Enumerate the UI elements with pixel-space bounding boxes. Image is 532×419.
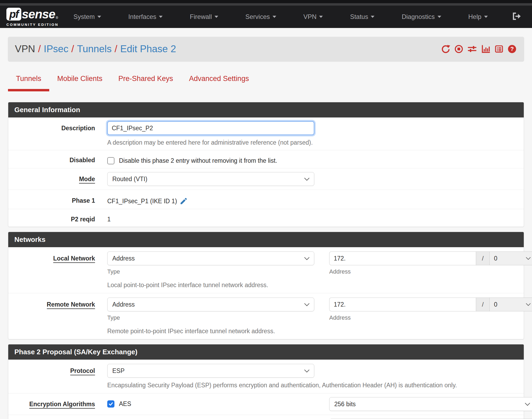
panel-header: Networks [8, 232, 524, 247]
row-remote-network: Remote Network Address Type / 0 [8, 293, 524, 339]
caret-down-icon [215, 16, 218, 18]
disabled-checkbox-label: Disable this phase 2 entry without remov… [119, 157, 277, 164]
row-encryption-aes: Encryption Algorithms AES 256 bits [8, 393, 524, 415]
chevron-down-icon [304, 257, 310, 260]
window-top-strip [0, 0, 532, 3]
nav-item-diagnostics[interactable]: Diagnostics [402, 13, 441, 21]
breadcrumb-section-vpn: VPN [15, 43, 35, 55]
p2reqid-value: 1 [107, 213, 517, 223]
breadcrumb-link-ipsec[interactable]: IPsec [44, 43, 68, 55]
title-action-icons: ? [441, 44, 517, 54]
remote-network-type-caption: Type [107, 314, 314, 321]
local-network-type-select[interactable]: Address [107, 251, 314, 265]
refresh-icon[interactable] [441, 44, 450, 54]
row-p2reqid: P2 reqid 1 [8, 209, 524, 227]
tab-mobile-clients[interactable]: Mobile Clients [49, 75, 110, 91]
panel-phase2-proposal: Phase 2 Proposal (SA/Key Exchange) Proto… [8, 344, 524, 419]
remote-network-help: Remote point-to-point IPsec interface tu… [107, 328, 517, 335]
bar-chart-icon[interactable] [481, 44, 490, 54]
nav-item-vpn[interactable]: VPN [303, 13, 323, 21]
nav-item-help[interactable]: Help [468, 13, 488, 21]
nav-item-services[interactable]: Services [245, 13, 276, 21]
row-mode: Mode Routed (VTI) [8, 168, 524, 190]
breadcrumb-page-edit-phase-2[interactable]: Edit Phase 2 [120, 43, 176, 55]
local-network-prefix-select[interactable]: 0 [490, 251, 532, 265]
pfsense-logo-pf-box: pf [6, 8, 21, 21]
row-phase1: Phase 1 CF1_IPsec_P1 (IKE ID 1) [8, 190, 524, 209]
aes-checkbox[interactable] [107, 400, 114, 408]
tab-tunnels[interactable]: Tunnels [8, 75, 49, 91]
pfsense-logo[interactable]: pf sense ® COMMUNITY EDITION [6, 7, 59, 27]
nav-item-interfaces[interactable]: Interfaces [128, 13, 163, 21]
aes-keylen-select[interactable]: 256 bits [329, 397, 532, 411]
disabled-checkbox[interactable] [107, 157, 114, 164]
description-label: Description [15, 121, 95, 146]
page-tabs: Tunnels Mobile Clients Pre-Shared Keys A… [8, 75, 524, 91]
chevron-down-icon [304, 177, 310, 181]
caret-down-icon [97, 16, 101, 18]
local-network-type-caption: Type [107, 268, 314, 275]
window-divider-strip [0, 3, 532, 6]
breadcrumb-separator: / [35, 43, 44, 55]
chevron-down-icon [526, 303, 531, 306]
row-encryption-aes128gcm: AES128-GCM Auto [8, 415, 524, 419]
row-protocol: Protocol ESP Encapsulating Security Payl… [8, 360, 524, 393]
help-icon[interactable]: ? [508, 44, 517, 54]
nav-item-system[interactable]: System [73, 13, 101, 21]
main-menu: System Interfaces Firewall Services VPN … [73, 13, 488, 21]
breadcrumb-separator: / [112, 43, 120, 55]
description-input[interactable] [107, 121, 314, 135]
disabled-label: Disabled [15, 154, 95, 164]
chevron-down-icon [525, 402, 530, 406]
tab-advanced-settings[interactable]: Advanced Settings [181, 75, 257, 91]
nav-item-firewall[interactable]: Firewall [190, 13, 218, 21]
p2reqid-label: P2 reqid [15, 213, 95, 223]
protocol-label: Protocol [15, 364, 95, 389]
stop-circle-icon[interactable] [454, 44, 463, 54]
tab-pre-shared-keys[interactable]: Pre-Shared Keys [110, 75, 181, 91]
remote-network-address-input[interactable] [329, 298, 476, 311]
check-icon [108, 401, 113, 406]
chevron-down-icon [304, 369, 310, 373]
address-slash-addon: / [476, 251, 490, 265]
local-network-address-caption: Address [329, 268, 532, 275]
list-icon[interactable] [494, 44, 504, 54]
panel-header: General Information [8, 102, 524, 117]
page-title-bar: VPN / IPsec / Tunnels / Edit Phase 2 ? [8, 37, 524, 61]
remote-network-label: Remote Network [15, 298, 95, 335]
caret-down-icon [371, 16, 374, 18]
breadcrumb-link-tunnels[interactable]: Tunnels [77, 43, 112, 55]
phase1-value: CF1_IPsec_P1 (IKE ID 1) [107, 198, 177, 205]
aes-label: AES [119, 400, 131, 408]
chevron-down-icon [526, 257, 531, 260]
local-network-address-input[interactable] [329, 251, 476, 265]
row-description: Description A description may be entered… [8, 117, 524, 150]
panel-general-information: General Information Description A descri… [8, 102, 524, 227]
registered-mark: ® [56, 16, 58, 20]
remote-network-address-caption: Address [329, 314, 532, 321]
caret-down-icon [438, 16, 441, 18]
logout-icon[interactable] [511, 12, 522, 22]
phase1-label: Phase 1 [15, 194, 95, 205]
local-network-label: Local Network [15, 251, 95, 289]
top-navbar: pf sense ® COMMUNITY EDITION System Inte… [0, 6, 532, 28]
pfsense-logo-tagline: COMMUNITY EDITION [6, 23, 59, 27]
description-help: A description may be entered here for ad… [107, 139, 517, 146]
caret-down-icon [484, 16, 488, 18]
pfsense-logo-sense: sense [22, 7, 55, 21]
mode-label: Mode [15, 172, 95, 186]
row-local-network: Local Network Address Type / 0 [8, 247, 524, 293]
sliders-icon[interactable] [467, 44, 477, 54]
breadcrumb-separator: / [68, 43, 77, 55]
remote-network-type-select[interactable]: Address [107, 298, 314, 311]
caret-down-icon [319, 16, 323, 18]
edit-pencil-icon[interactable] [180, 197, 188, 205]
remote-network-prefix-select[interactable]: 0 [490, 298, 532, 311]
caret-down-icon [273, 16, 276, 18]
protocol-select[interactable]: ESP [107, 364, 314, 378]
panel-networks: Networks Local Network Address Type / [8, 232, 524, 339]
nav-item-status[interactable]: Status [350, 13, 374, 21]
caret-down-icon [159, 16, 163, 18]
mode-select[interactable]: Routed (VTI) [107, 172, 314, 186]
chevron-down-icon [304, 303, 310, 306]
